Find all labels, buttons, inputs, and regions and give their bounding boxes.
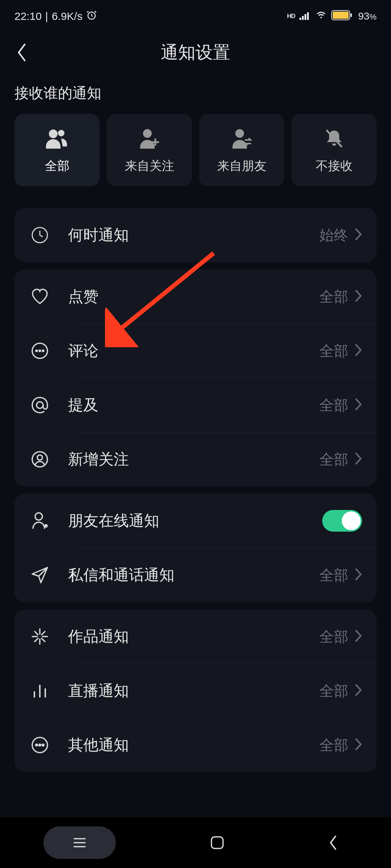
status-separator: | bbox=[45, 10, 48, 22]
svg-point-18 bbox=[37, 402, 43, 408]
chevron-right-icon bbox=[355, 344, 362, 358]
list-group-when: 何时通知 始终 bbox=[14, 208, 377, 262]
svg-rect-34 bbox=[211, 837, 223, 848]
row-value: 全部 bbox=[319, 681, 348, 701]
user-dot-icon bbox=[29, 510, 51, 532]
svg-point-9 bbox=[58, 130, 64, 136]
row-like[interactable]: 点赞 全部 bbox=[14, 269, 377, 324]
who-card-following[interactable]: 来自关注 bbox=[107, 114, 192, 186]
hd-icon: HD bbox=[287, 13, 295, 20]
row-label: 其他通知 bbox=[68, 735, 319, 755]
svg-point-17 bbox=[42, 350, 44, 352]
chevron-right-icon bbox=[355, 684, 362, 698]
system-nav-bar bbox=[0, 817, 391, 868]
who-card-friends[interactable]: 来自朋友 bbox=[199, 114, 284, 186]
svg-point-19 bbox=[32, 452, 47, 467]
nav-home[interactable] bbox=[203, 828, 232, 857]
list-group-other: 作品通知 全部 直播通知 全部 其他通知 全部 bbox=[14, 609, 377, 772]
svg-point-22 bbox=[44, 524, 48, 528]
row-value: 始终 bbox=[319, 225, 348, 245]
who-card-label: 来自朋友 bbox=[217, 158, 266, 174]
svg-point-16 bbox=[39, 350, 41, 352]
user-swap-icon bbox=[230, 126, 253, 151]
row-value: 全部 bbox=[319, 450, 348, 469]
svg-point-11 bbox=[235, 129, 244, 138]
sparkle-icon bbox=[29, 626, 51, 647]
at-icon bbox=[29, 394, 51, 416]
row-mention[interactable]: 提及 全部 bbox=[14, 378, 377, 432]
row-label: 评论 bbox=[68, 341, 319, 361]
status-time: 22:10 bbox=[14, 10, 42, 22]
row-value: 全部 bbox=[319, 341, 348, 361]
svg-point-29 bbox=[42, 744, 44, 746]
section-title-who: 接收谁的通知 bbox=[0, 72, 391, 110]
row-label: 私信和通话通知 bbox=[68, 565, 319, 585]
chevron-right-icon bbox=[355, 452, 362, 466]
row-comment[interactable]: 评论 全部 bbox=[14, 324, 377, 378]
comment-icon bbox=[29, 340, 51, 362]
battery-icon bbox=[331, 10, 352, 23]
alarm-icon bbox=[86, 10, 97, 23]
row-value: 全部 bbox=[319, 287, 348, 307]
svg-point-21 bbox=[35, 513, 42, 520]
svg-point-15 bbox=[36, 350, 37, 352]
chevron-right-icon bbox=[355, 290, 362, 303]
toggle-friend-online[interactable] bbox=[322, 510, 362, 532]
row-label: 点赞 bbox=[68, 286, 319, 307]
more-circle-icon bbox=[29, 734, 51, 756]
user-plus-icon bbox=[138, 126, 161, 151]
row-value: 全部 bbox=[319, 565, 348, 585]
wifi-icon bbox=[315, 10, 327, 22]
chevron-right-icon bbox=[355, 738, 362, 752]
row-label: 何时通知 bbox=[68, 225, 319, 245]
row-label: 作品通知 bbox=[68, 626, 319, 647]
page-title: 通知设置 bbox=[0, 41, 391, 64]
row-dm-call[interactable]: 私信和通话通知 全部 bbox=[14, 548, 377, 602]
user-circle-icon bbox=[29, 448, 51, 470]
svg-rect-7 bbox=[350, 13, 352, 17]
svg-rect-3 bbox=[304, 14, 306, 20]
list-group-interactions: 点赞 全部 评论 全部 提及 全部 新增关注 全部 bbox=[14, 269, 377, 486]
clock-icon bbox=[29, 224, 51, 246]
row-new-follow[interactable]: 新增关注 全部 bbox=[14, 432, 377, 486]
row-friend-online[interactable]: 朋友在线通知 bbox=[14, 494, 377, 548]
bell-off-icon bbox=[324, 126, 344, 151]
chevron-right-icon bbox=[355, 630, 362, 643]
row-value: 全部 bbox=[319, 735, 348, 755]
nav-back[interactable] bbox=[319, 828, 348, 857]
row-label: 新增关注 bbox=[68, 449, 319, 469]
who-card-label: 全部 bbox=[45, 158, 70, 174]
svg-rect-1 bbox=[299, 18, 301, 20]
svg-point-27 bbox=[36, 744, 38, 746]
who-card-none[interactable]: 不接收 bbox=[291, 114, 377, 186]
row-content-notify[interactable]: 作品通知 全部 bbox=[14, 609, 377, 664]
users-icon bbox=[45, 126, 70, 151]
header: 通知设置 bbox=[0, 33, 391, 72]
who-card-all[interactable]: 全部 bbox=[14, 114, 100, 186]
signal-icon bbox=[299, 10, 311, 22]
who-cards-row: 全部 来自关注 来自朋友 不接收 bbox=[0, 110, 391, 201]
row-other-notify[interactable]: 其他通知 全部 bbox=[14, 718, 377, 772]
heart-icon bbox=[29, 286, 51, 307]
row-value: 全部 bbox=[319, 627, 348, 647]
svg-rect-6 bbox=[333, 12, 349, 19]
row-label: 直播通知 bbox=[68, 681, 319, 701]
row-live-notify[interactable]: 直播通知 全部 bbox=[14, 664, 377, 718]
svg-point-20 bbox=[37, 455, 42, 460]
nav-recents[interactable] bbox=[43, 826, 116, 859]
svg-rect-2 bbox=[302, 16, 304, 20]
svg-point-28 bbox=[39, 744, 41, 746]
svg-point-10 bbox=[143, 129, 152, 138]
row-label: 提及 bbox=[68, 395, 319, 415]
row-label: 朋友在线通知 bbox=[68, 511, 322, 531]
battery-percent: 93% bbox=[358, 10, 377, 22]
svg-rect-4 bbox=[307, 12, 309, 20]
send-icon bbox=[29, 564, 51, 586]
bars-icon bbox=[29, 680, 51, 702]
back-button[interactable] bbox=[11, 42, 33, 63]
svg-point-8 bbox=[49, 129, 58, 138]
who-card-label: 不接收 bbox=[316, 158, 353, 174]
status-speed: 6.9K/s bbox=[52, 10, 83, 22]
chevron-right-icon bbox=[355, 568, 362, 582]
row-when-notify[interactable]: 何时通知 始终 bbox=[14, 208, 377, 262]
